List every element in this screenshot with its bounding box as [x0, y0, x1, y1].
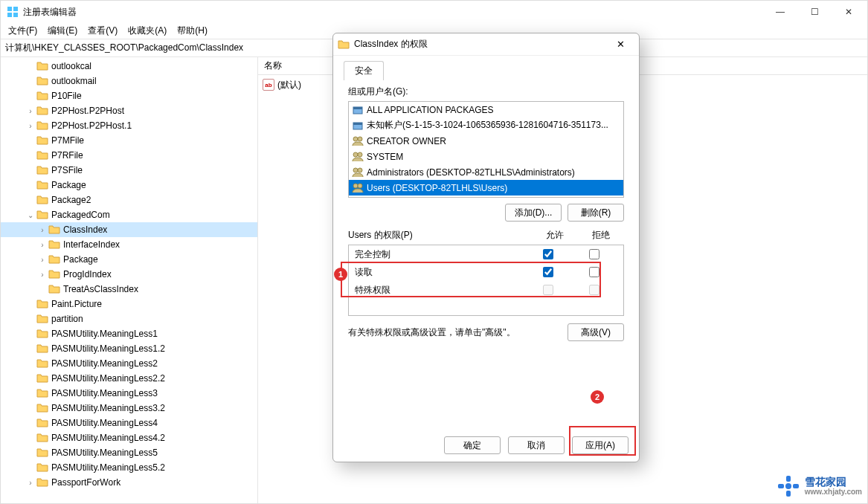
tree-item[interactable]: PASMUtility.MeaningLess2.2: [1, 371, 257, 386]
tree-item[interactable]: Package: [1, 178, 257, 193]
tree-pane[interactable]: outlookcaloutlookmailP10File›P2PHost.P2P…: [1, 57, 258, 503]
tree-item[interactable]: outlookmail: [1, 74, 257, 88]
deny-checkbox[interactable]: [589, 249, 599, 259]
tree-item[interactable]: partition: [1, 311, 257, 326]
tab-security[interactable]: 安全: [344, 61, 384, 80]
dialog-close-button[interactable]: ✕: [606, 34, 634, 55]
remove-button[interactable]: 删除(R): [568, 204, 624, 222]
user-label: Administrators (DESKTOP-82TLHLS\Administ…: [367, 167, 575, 178]
chevron-icon[interactable]: ›: [36, 241, 48, 249]
add-button[interactable]: 添加(D)...: [505, 204, 562, 222]
tree-item[interactable]: PASMUtility.MeaningLess4.2: [1, 430, 257, 445]
tree-item[interactable]: ›Package: [1, 252, 257, 267]
cancel-button[interactable]: 取消: [508, 436, 565, 454]
user-icon: [352, 167, 364, 178]
tree-item[interactable]: ›InterfaceIndex: [1, 237, 257, 252]
tree-label: P7RFile: [51, 150, 83, 161]
menu-view[interactable]: 查看(V): [83, 23, 122, 39]
svg-rect-1: [13, 7, 18, 11]
menu-favorites[interactable]: 收藏夹(A): [123, 23, 171, 39]
tree-item[interactable]: outlookcal: [1, 59, 257, 74]
svg-point-20: [785, 483, 791, 489]
tree-item[interactable]: PASMUtility.MeaningLess5: [1, 445, 257, 460]
tree-label: Package: [51, 180, 86, 190]
permission-row: 完全控制: [349, 245, 623, 263]
callout-number-2: 2: [591, 390, 604, 404]
tree-label: Package2: [51, 195, 91, 205]
tree-item[interactable]: ›ProgIdIndex: [1, 267, 257, 282]
tree-item[interactable]: ⌄PackagedCom: [1, 207, 257, 222]
minimize-button[interactable]: —: [763, 1, 797, 23]
user-row[interactable]: SYSTEM: [349, 149, 623, 164]
chevron-icon[interactable]: ›: [25, 107, 36, 115]
tree-item[interactable]: PASMUtility.MeaningLess1: [1, 326, 257, 341]
address-text: 计算机\HKEY_CLASSES_ROOT\PackagedCom\ClassI…: [5, 42, 243, 54]
chevron-icon[interactable]: ›: [36, 256, 48, 264]
chevron-icon[interactable]: ›: [36, 226, 48, 234]
svg-rect-19: [793, 484, 799, 488]
user-icon: [352, 120, 364, 132]
tab-body: 组或用户名(G): ALL APPLICATION PACKAGES未知帐户(S…: [341, 78, 631, 423]
tree-item[interactable]: Paint.Picture: [1, 297, 257, 311]
user-label: ALL APPLICATION PACKAGES: [367, 105, 494, 115]
tree-label: P7MFile: [51, 135, 84, 146]
tree-item[interactable]: PASMUtility.MeaningLess5.2: [1, 460, 257, 475]
folder-icon: [36, 75, 48, 87]
chevron-icon[interactable]: ›: [25, 479, 36, 487]
tree-item[interactable]: PASMUtility.MeaningLess2: [1, 356, 257, 371]
user-row[interactable]: Users (DESKTOP-82TLHLS\Users): [349, 180, 623, 196]
tree-label: P2PHost.P2PHost: [51, 106, 124, 116]
tree-item[interactable]: P7SFile: [1, 163, 257, 178]
value-name: (默认): [277, 79, 301, 91]
tree-item[interactable]: PASMUtility.MeaningLess3: [1, 386, 257, 401]
allow-checkbox[interactable]: [543, 249, 553, 259]
user-list[interactable]: ALL APPLICATION PACKAGES未知帐户(S-1-15-3-10…: [348, 101, 624, 198]
maximize-button[interactable]: ☐: [797, 1, 832, 23]
svg-rect-7: [353, 123, 362, 125]
chevron-icon[interactable]: ⌄: [25, 211, 36, 219]
tree-label: PassportForWork: [51, 477, 120, 488]
permissions-header: Users 的权限(P) 允许 拒绝: [348, 229, 624, 242]
tree-item[interactable]: P10File: [1, 88, 257, 103]
tree-item[interactable]: ›P2PHost.P2PHost.1: [1, 118, 257, 133]
user-row[interactable]: Administrators (DESKTOP-82TLHLS\Administ…: [349, 164, 623, 180]
column-name[interactable]: 名称: [258, 59, 288, 72]
ok-button[interactable]: 确定: [444, 436, 501, 454]
tree-item[interactable]: PASMUtility.MeaningLess3.2: [1, 401, 257, 416]
tree-item[interactable]: TreatAsClassIndex: [1, 282, 257, 297]
folder-icon: [36, 402, 48, 414]
folder-icon: [36, 179, 48, 191]
hint-text: 有关特殊权限或高级设置，请单击"高级"。: [348, 326, 568, 339]
tree-item[interactable]: Package2: [1, 193, 257, 207]
folder-icon: [36, 432, 48, 444]
user-icon: [352, 182, 364, 194]
callout-box-permissions: [341, 262, 601, 297]
menu-edit[interactable]: 编辑(E): [43, 23, 82, 39]
tree-item[interactable]: ›P2PHost.P2PHost: [1, 103, 257, 118]
folder-icon: [48, 239, 60, 251]
folder-icon: [36, 387, 48, 399]
menu-help[interactable]: 帮助(H): [173, 23, 212, 39]
tree-item[interactable]: P7MFile: [1, 133, 257, 148]
tree-item[interactable]: ›PassportForWork: [1, 475, 257, 490]
tree-item[interactable]: ›ClassIndex: [1, 222, 257, 237]
svg-rect-5: [353, 107, 362, 109]
perm-col-name: Users 的权限(P): [348, 229, 532, 242]
user-row[interactable]: ALL APPLICATION PACKAGES: [349, 102, 623, 117]
user-row[interactable]: CREATOR OWNER: [349, 133, 623, 149]
chevron-icon[interactable]: ›: [36, 271, 48, 279]
tree-label: PASMUtility.MeaningLess3.2: [51, 403, 165, 413]
folder-icon: [36, 343, 48, 355]
chevron-icon[interactable]: ›: [25, 122, 36, 130]
close-button[interactable]: ✕: [832, 1, 866, 23]
tree-item[interactable]: PASMUtility.MeaningLess1.2: [1, 341, 257, 356]
folder-icon: [36, 209, 48, 221]
advanced-button[interactable]: 高级(V): [568, 323, 624, 341]
user-row[interactable]: 未知帐户(S-1-15-3-1024-1065365936-1281604716…: [349, 117, 623, 133]
folder-icon: [36, 298, 48, 310]
menu-file[interactable]: 文件(F): [4, 23, 42, 39]
svg-rect-18: [778, 484, 784, 488]
folder-icon: [36, 149, 48, 161]
tree-item[interactable]: P7RFile: [1, 148, 257, 163]
tree-item[interactable]: PASMUtility.MeaningLess4: [1, 416, 257, 430]
